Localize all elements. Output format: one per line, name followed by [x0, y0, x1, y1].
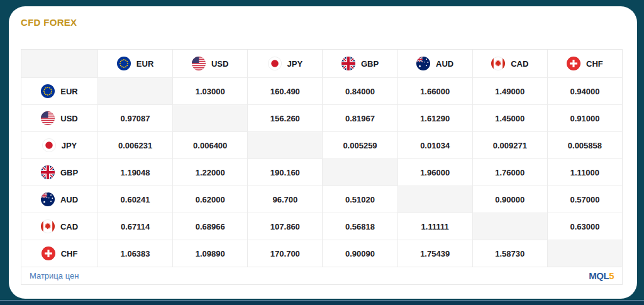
chf-flag-icon — [42, 247, 55, 260]
rate-jpy-usd: 0.006400 — [172, 132, 247, 158]
rate-eur-cad: 1.49000 — [472, 78, 547, 104]
row-header-aud: AUD — [21, 186, 97, 213]
rate-aud-gbp: 0.51020 — [322, 186, 397, 213]
column-header-chf: CHF — [547, 50, 622, 77]
rate-usd-gbp: 0.81967 — [322, 105, 397, 131]
column-header-label: CAD — [511, 59, 528, 69]
usd-flag-icon — [41, 111, 55, 125]
column-header-usd: USD — [172, 50, 247, 77]
column-header-label: EUR — [136, 59, 153, 69]
rate-chf-gbp: 0.90090 — [322, 240, 397, 267]
cad-flag-icon — [41, 219, 55, 233]
column-header-eur: EUR — [97, 50, 172, 77]
gbp-flag-icon — [341, 57, 355, 70]
rate-chf-chf — [547, 240, 622, 267]
rate-aud-jpy: 96.700 — [247, 186, 322, 213]
mql5-logo[interactable]: MQL5 — [589, 270, 614, 281]
matrix-body: EUR1.03000160.4900.840001.660001.490000.… — [21, 77, 622, 267]
rate-gbp-usd: 1.22000 — [172, 159, 247, 186]
rate-usd-eur: 0.97087 — [97, 105, 172, 131]
matrix-corner-cell — [21, 50, 97, 77]
matrix-row-gbp: GBP1.190481.22000190.1601.960001.760001.… — [21, 158, 622, 186]
matrix-row-jpy: JPY0.0062310.0064000.0052590.010340.0092… — [21, 131, 622, 158]
rate-eur-gbp: 0.84000 — [322, 78, 397, 104]
row-header-label: EUR — [60, 87, 77, 96]
rate-aud-eur: 0.60241 — [97, 186, 172, 213]
column-header-jpy: JPY — [247, 50, 322, 77]
row-header-eur: EUR — [21, 78, 97, 104]
matrix-row-aud: AUD0.602410.6200096.7000.510200.900000.5… — [21, 186, 622, 213]
rate-aud-chf: 0.57000 — [547, 186, 622, 213]
matrix-header-row: EURUSDJPYGBPAUDCADCHF — [21, 50, 622, 77]
row-header-label: AUD — [60, 195, 78, 204]
matrix-row-cad: CAD0.671140.68966107.8600.568181.111110.… — [21, 213, 622, 240]
rate-jpy-eur: 0.006231 — [97, 132, 172, 158]
row-header-label: CAD — [60, 222, 78, 231]
rate-chf-cad: 1.58730 — [472, 240, 547, 267]
rate-cad-cad — [472, 213, 547, 240]
chf-flag-icon — [567, 57, 580, 70]
rate-chf-usd: 1.09890 — [172, 240, 247, 267]
rate-jpy-aud: 0.01034 — [397, 132, 472, 158]
rate-chf-aud: 1.75439 — [397, 240, 472, 267]
rate-aud-aud — [397, 186, 472, 213]
rate-usd-jpy: 156.260 — [247, 105, 322, 131]
rate-gbp-cad: 1.76000 — [472, 159, 547, 186]
jpy-flag-icon — [268, 57, 282, 70]
page-background: CFD FOREX EURUSDJPYGBPAUDCADCHF EUR1.030… — [0, 0, 644, 305]
rate-chf-eur: 1.06383 — [97, 240, 172, 267]
price-matrix-link[interactable]: Матрица цен — [30, 271, 79, 280]
rate-eur-chf: 0.94000 — [547, 78, 622, 104]
row-header-gbp: GBP — [21, 159, 97, 186]
row-header-label: USD — [60, 114, 77, 123]
rate-jpy-gbp: 0.005259 — [322, 132, 397, 158]
rate-aud-usd: 0.62000 — [172, 186, 247, 213]
rate-eur-usd: 1.03000 — [172, 78, 247, 104]
mql5-logo-digit: 5 — [609, 270, 614, 281]
rate-gbp-jpy: 190.160 — [247, 159, 322, 186]
aud-flag-icon — [41, 192, 55, 206]
column-header-aud: AUD — [397, 50, 472, 77]
column-header-label: JPY — [287, 59, 303, 69]
row-header-label: CHF — [61, 249, 78, 258]
table-footer: Матрица цен MQL5 — [21, 267, 622, 284]
row-header-chf: CHF — [21, 240, 97, 267]
matrix-row-usd: USD0.97087156.2600.819671.612901.450000.… — [21, 104, 622, 131]
rate-aud-cad: 0.90000 — [472, 186, 547, 213]
rate-gbp-chf: 1.11000 — [547, 159, 622, 186]
rate-gbp-aud: 1.96000 — [397, 159, 472, 186]
forex-card: CFD FOREX EURUSDJPYGBPAUDCADCHF EUR1.030… — [9, 6, 637, 299]
rate-gbp-eur: 1.19048 — [97, 159, 172, 186]
row-header-label: GBP — [60, 168, 78, 177]
rate-eur-aud: 1.66000 — [397, 78, 472, 104]
row-header-cad: CAD — [21, 213, 97, 240]
usd-flag-icon — [192, 57, 206, 70]
rate-cad-jpy: 107.860 — [247, 213, 322, 240]
column-header-label: GBP — [361, 59, 379, 69]
column-header-gbp: GBP — [322, 50, 397, 77]
matrix-row-chf: CHF1.063831.09890170.7000.900901.754391.… — [21, 240, 622, 267]
rate-jpy-jpy — [247, 132, 322, 158]
column-header-label: USD — [211, 59, 228, 69]
column-header-cad: CAD — [472, 50, 547, 77]
jpy-flag-icon — [42, 138, 56, 152]
column-header-label: AUD — [436, 59, 453, 69]
rate-cad-eur: 0.67114 — [97, 213, 172, 240]
rate-jpy-cad: 0.009271 — [472, 132, 547, 158]
eur-flag-icon — [41, 84, 55, 98]
forex-matrix-table: EURUSDJPYGBPAUDCADCHF EUR1.03000160.4900… — [21, 49, 623, 285]
row-header-jpy: JPY — [21, 132, 97, 158]
rate-jpy-chf: 0.005858 — [547, 132, 622, 158]
rate-cad-chf: 0.63000 — [547, 213, 622, 240]
rate-eur-eur — [97, 78, 172, 104]
page-title: CFD FOREX — [21, 17, 77, 28]
rate-eur-jpy: 160.490 — [247, 78, 322, 104]
column-header-label: CHF — [586, 59, 603, 69]
rate-cad-aud: 1.11111 — [397, 213, 472, 240]
rate-gbp-gbp — [322, 159, 397, 186]
mql5-logo-text: MQL — [589, 270, 609, 281]
row-header-usd: USD — [21, 105, 97, 131]
rate-usd-aud: 1.61290 — [397, 105, 472, 131]
rate-cad-usd: 0.68966 — [172, 213, 247, 240]
row-header-label: JPY — [62, 141, 77, 150]
